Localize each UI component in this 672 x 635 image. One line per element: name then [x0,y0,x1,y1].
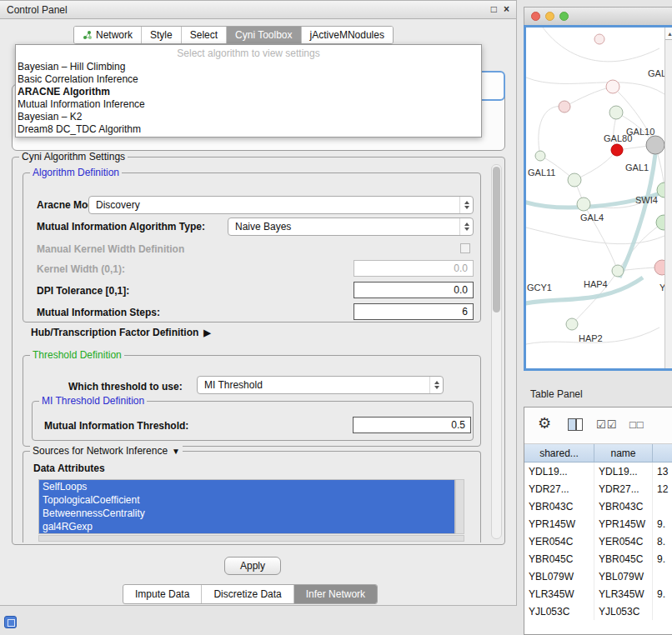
close-window-icon[interactable] [531,12,540,21]
cell[interactable]: YER054C [524,532,594,550]
stepper-icon [459,197,473,213]
tab-select[interactable]: Select [182,27,227,43]
cell[interactable]: YBR045C [524,550,594,568]
cell[interactable]: 9. [653,550,672,568]
list-item[interactable]: SelfLoops [39,480,454,493]
cell[interactable]: YJL053C [594,602,653,620]
column-header-shared-name[interactable]: shared... [524,444,594,462]
table-row[interactable]: YDL19... YDL19... 13 [524,462,672,480]
cell[interactable]: YER054C [594,532,653,550]
column-header-name[interactable]: name [594,444,653,462]
cell[interactable]: YDR27... [524,480,594,498]
gear-icon[interactable]: ⚙ [538,415,551,432]
dropdown-option[interactable]: Bayesian – K2 [16,111,481,123]
mi-threshold-field[interactable]: 0.5 [353,417,471,433]
cell[interactable]: 13 [653,462,672,480]
cell[interactable]: 12 [653,480,672,498]
node-label[interactable]: GAL11 [528,168,555,178]
dropdown-option[interactable]: Bayesian – Hill Climbing [16,61,481,73]
cell[interactable]: YBR043C [594,498,653,515]
mi-type-combo[interactable]: Naive Bayes [228,218,474,236]
node-label[interactable]: GAL4 [580,212,604,222]
which-threshold-combo[interactable]: MI Threshold [197,376,444,394]
table-row[interactable]: YPR145W YPR145W 9. [524,515,672,532]
cell[interactable]: YLR345W [524,585,594,602]
network-window-titlebar[interactable] [524,7,672,25]
aracne-mode-combo[interactable]: Discovery [88,196,474,214]
node-label[interactable]: GAL10 [626,127,654,137]
cell[interactable]: YBR045C [594,550,653,568]
network-view-window: GAL... GAL80 GAL10 GAL11 GAL1 SWI4 GAL4 … [524,7,672,371]
aracne-mode-value: Discovery [89,199,459,211]
cell[interactable]: YLR345W [594,585,653,602]
select-all-icon[interactable]: ☑☑ [596,418,617,431]
cell[interactable]: 9. [653,515,672,532]
cell[interactable]: YDL19... [594,462,653,480]
cell[interactable]: 9. [653,585,672,602]
cell[interactable]: YBL079W [524,568,594,585]
hub-definition-toggle[interactable]: Hub/Transcription Factor Definition ▶ [31,327,211,338]
dropdown-option[interactable]: Dream8 DC_TDC Algorithm [16,123,481,136]
list-item[interactable]: gal4RGexp [39,520,454,533]
cell[interactable] [653,498,672,515]
dropdown-option[interactable]: Basic Correlation Inference [16,73,481,86]
table-row[interactable]: YLR345W YLR345W 9. [524,585,672,602]
cell[interactable]: YDR27... [594,480,653,498]
settings-scrollbar-thumb[interactable] [493,167,500,312]
list-item[interactable]: TopologicalCoefficient [39,493,454,507]
cell[interactable]: YBR043C [524,498,594,515]
list-item[interactable]: BetweennessCentrality [39,507,454,520]
cell[interactable]: YJL053C [524,602,594,620]
tab-cyni-toolbox[interactable]: Cyni Toolbox [227,27,301,43]
dpi-tolerance-field[interactable]: 0.0 [354,282,474,298]
table-row[interactable]: YER054C YER054C 8. [524,532,672,550]
settings-scrollbar[interactable] [491,164,502,539]
select-none-icon[interactable]: □□ [629,418,644,431]
mi-steps-field[interactable]: 6 [354,303,474,320]
tab-infer-network[interactable]: Infer Network [294,585,377,603]
tab-discretize-data[interactable]: Discretize Data [202,585,293,603]
cell[interactable]: YDL19... [524,462,594,480]
column-header-partial[interactable] [653,444,672,462]
node-label[interactable]: HAP4 [584,279,608,289]
scroll-up-icon[interactable]: ▲ [665,28,672,40]
node-label[interactable]: SWI4 [635,195,658,205]
close-panel-icon[interactable]: × [504,3,509,15]
zoom-window-icon[interactable] [559,12,569,21]
sources-toggle[interactable]: Sources for Network Inference ▼ [30,445,183,457]
dropdown-option[interactable]: Mutual Information Inference [16,98,481,111]
tab-jactivemnodules-label: jActiveMNodules [310,29,384,41]
kernel-width-field[interactable]: 0.0 [354,260,474,277]
minimize-window-icon[interactable] [545,12,554,21]
cell[interactable]: YPR145W [594,515,653,532]
cytopanel-corner-icon[interactable] [4,616,17,628]
cell[interactable]: 8. [653,532,672,550]
float-panel-icon[interactable]: □ [491,3,497,15]
node-label[interactable]: HAP2 [579,333,603,343]
table-row[interactable]: YBR045C YBR045C 9. [524,550,672,568]
table-row[interactable]: YBR043C YBR043C [524,498,672,515]
list-horizontal-scrollbar[interactable] [38,535,464,542]
node-label[interactable]: GCY1 [527,282,552,292]
tab-style[interactable]: Style [142,27,182,43]
algorithm-definition-title: Algorithm Definition [30,167,122,178]
node-label[interactable]: GAL1 [625,162,649,172]
tab-network[interactable]: Network [74,27,142,43]
cell[interactable]: YPR145W [524,515,594,532]
manual-kernel-checkbox[interactable] [460,243,470,253]
manual-kernel-label: Manual Kernel Width Definition [37,243,184,255]
table-columns-icon[interactable] [568,418,583,431]
cell[interactable]: YBL079W [594,568,653,585]
apply-button[interactable]: Apply [224,557,281,575]
tab-impute-data[interactable]: Impute Data [123,585,202,603]
table-row[interactable]: YBL079W YBL079W [524,568,672,585]
dropdown-option-selected[interactable]: ARACNE Algorithm [16,86,481,98]
network-vertical-scrollbar[interactable]: ▲ [664,28,672,368]
tab-jactivemnodules[interactable]: jActiveMNodules [302,27,393,43]
which-threshold-value: MI Threshold [198,379,429,391]
list-vertical-scrollbar[interactable] [455,479,464,534]
cell[interactable] [653,602,672,620]
table-row[interactable]: YJL053C YJL053C [524,602,672,620]
cell[interactable] [653,568,672,585]
table-row[interactable]: YDR27... YDR27... 12 [524,480,672,498]
